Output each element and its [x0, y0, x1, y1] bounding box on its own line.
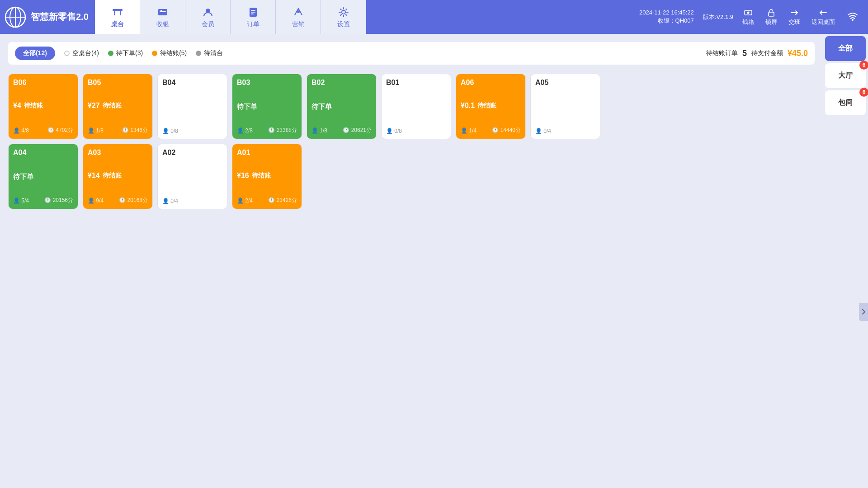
card-header: A05 [535, 79, 595, 87]
tab-cashier[interactable]: 收银 [140, 0, 185, 34]
chevron-right-icon [861, 308, 866, 315]
table-people: 👤 0/4 [162, 198, 178, 204]
filter-empty[interactable]: 空桌台(4) [64, 49, 99, 57]
table-time: 🕐 1346分 [122, 127, 148, 134]
card-header: B01 [386, 79, 446, 87]
tab-settings-label: 设置 [337, 20, 350, 28]
table-card-A02[interactable]: A02 👤 0/4 [157, 144, 227, 209]
table-amount: ¥0.1 待结账 [461, 102, 521, 110]
table-people: 👤 1/8 [88, 127, 104, 134]
filter-waiting-clean[interactable]: 待清台 [196, 49, 223, 57]
sidebar-all-btn[interactable]: 全部 [825, 36, 866, 61]
tab-table[interactable]: 桌台 [95, 0, 140, 34]
table-card-B03[interactable]: B03 待下单 👤 2/8 🕐 23388分 [232, 74, 302, 139]
pay-status-label: 待结账 [103, 102, 122, 110]
filter-waiting-pay[interactable]: 待结账(5) [152, 49, 187, 57]
filter-waiting-clean-label: 待清台 [204, 49, 223, 57]
pay-status-label: 待结账 [24, 102, 43, 110]
table-time: 🕐 20168分 [119, 197, 148, 204]
svg-rect-7 [113, 9, 123, 10]
svg-rect-4 [113, 10, 123, 11]
table-people: 👤 0/8 [162, 128, 178, 134]
sidebar-private-btn[interactable]: 包间 6 [825, 90, 866, 115]
shift-btn[interactable]: 交班 [788, 8, 800, 26]
svg-rect-6 [120, 11, 121, 15]
table-card-B06[interactable]: B06 ¥4 待结账 👤 4/8 🕐 4702分 [8, 74, 78, 139]
card-header: B05 [88, 79, 148, 87]
card-header: B03 [237, 79, 297, 87]
sidebar-hall-btn[interactable]: 大厅 6 [825, 63, 866, 88]
table-people: 👤 2/8 [237, 127, 253, 134]
table-row-a: A04 待下单 👤 5/4 🕐 20156分 A03 ¥14 待结账 👤 9/4… [8, 144, 815, 209]
table-name: A02 [162, 149, 175, 157]
card-body: 待下单 [13, 160, 73, 193]
shift-icon [790, 8, 799, 17]
card-body: ¥16 待结账 [237, 160, 297, 193]
table-amount: ¥4 待结账 [13, 102, 73, 110]
table-card-B01[interactable]: B01 👤 0/8 [381, 74, 451, 139]
table-name: B05 [88, 79, 101, 87]
pending-orders-label: 待结账订单 [706, 49, 738, 57]
table-card-B05[interactable]: B05 ¥27 待结账 👤 1/8 🕐 1346分 [83, 74, 153, 139]
pending-amount-value: ¥45.0 [788, 49, 808, 58]
svg-rect-20 [769, 12, 774, 16]
table-name: B06 [13, 79, 26, 87]
private-badge: 6 [859, 88, 868, 97]
card-body: ¥0.1 待结账 [461, 90, 521, 123]
card-body: 待下单 [237, 90, 297, 123]
header-right: 2024-11-22 16:45:22 收银：QH007 版本:V2.1.9 钱… [630, 8, 868, 26]
table-card-A03[interactable]: A03 ¥14 待结账 👤 9/4 🕐 20168分 [83, 144, 153, 209]
cashbox-btn[interactable]: 钱箱 [742, 8, 754, 26]
card-header: A04 [13, 149, 73, 157]
app-name: 智慧新零售2.0 [31, 11, 89, 23]
table-card-A06[interactable]: A06 ¥0.1 待结账 👤 1/4 🕐 14440分 [456, 74, 526, 139]
filter-waiting-order[interactable]: 待下单(3) [108, 49, 143, 57]
amount-value: ¥4 [13, 102, 21, 110]
svg-rect-9 [160, 11, 166, 12]
tab-marketing-label: 营销 [292, 20, 305, 28]
amount-value: ¥16 [237, 172, 249, 180]
tab-order[interactable]: 订单 [231, 0, 276, 34]
collapse-sidebar-btn[interactable] [859, 303, 868, 321]
table-card-B02[interactable]: B02 待下单 👤 1/8 🕐 20621分 [307, 74, 377, 139]
table-card-A05[interactable]: A05 👤 0/4 [530, 74, 600, 139]
return-btn[interactable]: 返回桌面 [811, 8, 835, 26]
table-card-B04[interactable]: B04 👤 0/8 [157, 74, 227, 139]
pay-status-label: 待结账 [477, 102, 496, 110]
waiting-pay-dot [152, 51, 157, 56]
svg-rect-10 [160, 10, 162, 11]
order-status-label: 待下单 [311, 103, 372, 111]
table-people: 👤 2/4 [237, 197, 253, 204]
tab-member[interactable]: 会员 [185, 0, 231, 34]
sidebar-hall-label: 大厅 [838, 71, 853, 80]
svg-rect-5 [114, 11, 115, 15]
svg-point-19 [747, 11, 750, 14]
member-icon [202, 6, 214, 19]
cashier-info: 收银：QH007 [658, 17, 694, 25]
card-footer: 👤 0/4 [162, 198, 222, 204]
header-info: 2024-11-22 16:45:22 收银：QH007 [639, 9, 694, 25]
card-header: A02 [162, 149, 222, 157]
card-footer: 👤 0/4 [535, 128, 595, 134]
return-icon [819, 8, 828, 17]
return-label: 返回桌面 [811, 18, 835, 26]
table-card-A04[interactable]: A04 待下单 👤 5/4 🕐 20156分 [8, 144, 78, 209]
card-body [162, 90, 222, 124]
order-icon [247, 6, 259, 19]
table-grid: B06 ¥4 待结账 👤 4/8 🕐 4702分 B05 ¥27 待结账 👤 1… [4, 69, 819, 453]
hall-badge: 6 [859, 61, 868, 70]
tab-marketing[interactable]: 营销 [276, 0, 321, 34]
filter-bar: 全部(12) 空桌台(4) 待下单(3) 待结账(5) 待清台 待结账订单 5 [8, 42, 815, 65]
header: 智慧新零售2.0 桌台 收银 [0, 0, 868, 34]
lockscreen-btn[interactable]: 锁屏 [765, 8, 777, 26]
table-people: 👤 5/4 [13, 197, 29, 204]
tab-settings[interactable]: 设置 [321, 0, 366, 34]
svg-rect-14 [251, 12, 255, 13]
filter-all-btn[interactable]: 全部(12) [15, 47, 55, 60]
table-card-A01[interactable]: A01 ¥16 待结账 👤 2/4 🕐 23426分 [232, 144, 302, 209]
table-icon [111, 6, 124, 19]
sidebar-private-label: 包间 [838, 98, 853, 108]
datetime: 2024-11-22 16:45:22 [639, 9, 694, 16]
table-name: B04 [162, 79, 175, 87]
cashbox-icon [744, 8, 753, 17]
